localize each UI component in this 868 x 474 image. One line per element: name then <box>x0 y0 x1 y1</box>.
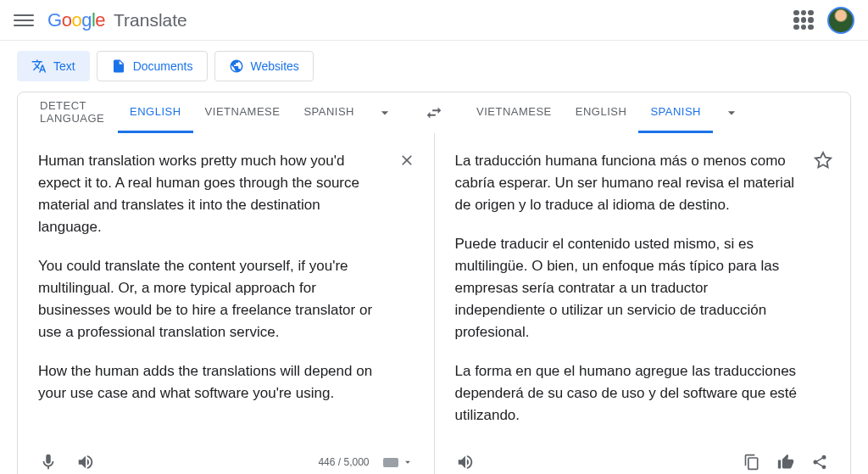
logo[interactable]: Google Translate <box>47 9 187 31</box>
share-button[interactable] <box>810 452 830 472</box>
share-icon <box>811 454 828 471</box>
source-p2: You could translate the content yourself… <box>38 255 383 343</box>
mode-websites[interactable]: Websites <box>214 51 314 81</box>
star-icon <box>814 151 832 170</box>
avatar[interactable] <box>827 7 854 34</box>
swap-languages-button[interactable] <box>414 92 454 133</box>
target-p3: La forma en que el humano agregue las tr… <box>455 360 800 427</box>
clear-input-button[interactable] <box>397 150 417 170</box>
translate-icon <box>31 59 47 74</box>
target-p1: La traducción humana funciona más o meno… <box>455 150 800 216</box>
mode-websites-label: Websites <box>251 59 299 73</box>
target-lang-group: VIETNAMESE ENGLISH SPANISH <box>454 92 850 133</box>
thumbs-icon <box>777 454 794 471</box>
mic-button[interactable] <box>38 452 58 472</box>
target-lang-vietnamese[interactable]: VIETNAMESE <box>465 92 564 133</box>
keyboard-icon <box>383 458 398 467</box>
mode-text[interactable]: Text <box>17 51 90 81</box>
source-lang-detect[interactable]: DETECT LANGUAGE <box>28 92 118 133</box>
listen-target-button[interactable] <box>455 452 476 472</box>
input-tool-selector[interactable] <box>383 456 414 468</box>
char-count: 446 / 5,000 <box>318 456 369 468</box>
globe-icon <box>229 59 244 74</box>
speaker-icon <box>76 453 95 471</box>
apps-icon[interactable] <box>793 10 814 31</box>
app-header: Google Translate <box>0 0 868 41</box>
source-pane: Human translation works pretty much how … <box>18 133 435 474</box>
source-p3: How the human adds the translations will… <box>38 360 383 404</box>
source-lang-english[interactable]: ENGLISH <box>118 92 193 133</box>
target-bottom-bar <box>455 443 831 474</box>
source-lang-group: DETECT LANGUAGE ENGLISH VIETNAMESE SPANI… <box>18 92 414 133</box>
target-lang-english[interactable]: ENGLISH <box>564 92 639 133</box>
mode-documents-label: Documents <box>133 59 193 73</box>
mic-icon <box>39 453 58 471</box>
mode-documents[interactable]: Documents <box>97 51 208 81</box>
target-pane: La traducción humana funciona más o meno… <box>435 133 851 474</box>
target-lang-more[interactable] <box>713 92 750 133</box>
target-p2: Puede traducir el contenido usted mismo,… <box>455 233 800 343</box>
language-bar: DETECT LANGUAGE ENGLISH VIETNAMESE SPANI… <box>18 92 850 133</box>
rate-translation-button[interactable] <box>776 452 796 472</box>
source-lang-more[interactable] <box>366 92 403 133</box>
source-textarea[interactable]: Human translation works pretty much how … <box>38 150 414 443</box>
swap-icon <box>425 103 443 122</box>
translate-content: Human translation works pretty much how … <box>18 133 850 474</box>
header-left: Google Translate <box>14 9 187 31</box>
close-icon <box>398 152 415 169</box>
listen-source-button[interactable] <box>75 452 96 472</box>
source-lang-vietnamese[interactable]: VIETNAMESE <box>193 92 292 133</box>
document-icon <box>111 59 126 74</box>
chevron-down-icon <box>376 104 393 121</box>
target-output: La traducción humana funciona más o meno… <box>455 150 831 443</box>
save-translation-button[interactable] <box>813 150 833 170</box>
google-logo: Google <box>47 9 105 31</box>
speaker-icon <box>456 453 475 471</box>
product-name: Translate <box>114 10 187 31</box>
copy-icon <box>743 454 760 471</box>
source-lang-spanish[interactable]: SPANISH <box>292 92 366 133</box>
copy-button[interactable] <box>742 452 762 472</box>
target-lang-spanish[interactable]: SPANISH <box>638 92 713 133</box>
chevron-down-icon <box>402 456 414 468</box>
mode-tabs: Text Documents Websites <box>0 41 868 92</box>
source-bottom-bar: 446 / 5,000 <box>38 443 414 474</box>
chevron-down-icon <box>723 104 740 121</box>
menu-icon[interactable] <box>14 10 34 31</box>
translate-card: DETECT LANGUAGE ENGLISH VIETNAMESE SPANI… <box>17 92 851 474</box>
mode-text-label: Text <box>53 59 75 73</box>
header-right <box>793 7 854 34</box>
source-p1: Human translation works pretty much how … <box>38 150 383 238</box>
